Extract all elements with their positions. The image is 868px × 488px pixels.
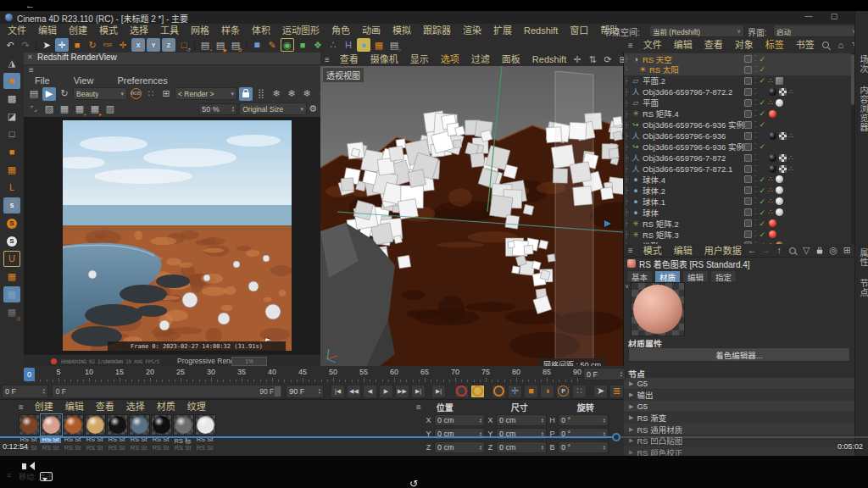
layer-chip[interactable] xyxy=(744,121,752,129)
up-icon[interactable]: ↑ xyxy=(775,246,784,255)
menu-15[interactable]: 扩展 xyxy=(487,24,518,37)
add-camera-menu[interactable]: ▤○ xyxy=(387,38,401,52)
volume-icon[interactable] xyxy=(17,461,31,471)
position-field[interactable]: 0 cm▴▾ xyxy=(434,441,485,453)
layer-chip[interactable] xyxy=(744,186,752,194)
search-icon[interactable] xyxy=(821,40,831,50)
render-view-button[interactable]: ▤• xyxy=(198,38,212,52)
layer-chip[interactable] xyxy=(744,154,752,162)
add-spline-menu[interactable]: ✎ xyxy=(265,38,279,52)
node-group-row[interactable]: ▶RS 颜色校正 xyxy=(624,446,854,456)
zoom-region-icon[interactable]: ▨ xyxy=(42,103,56,116)
renderview-titlebar[interactable]: ✕ Redshift RenderView xyxy=(24,53,320,65)
mm-hamburger[interactable]: ≡ xyxy=(0,402,29,412)
rotation-field[interactable]: 0 °▴▾ xyxy=(558,414,609,426)
om-menu-4[interactable]: 标签 xyxy=(760,38,790,52)
material-tag-icon[interactable] xyxy=(776,175,783,183)
next-frame-button[interactable]: ▶▶ xyxy=(395,385,409,398)
abort-render-icon[interactable] xyxy=(51,358,57,364)
tab-编辑[interactable]: 编辑 xyxy=(682,270,709,283)
visibility-dots-icon[interactable]: ⁚ xyxy=(754,77,757,85)
layer-chip[interactable] xyxy=(744,132,752,140)
timeline-playhead[interactable]: 0 xyxy=(24,368,35,381)
add-rs-object-menu[interactable]: ● xyxy=(357,38,370,52)
visibility-dots-icon[interactable]: ⁚ xyxy=(754,88,757,96)
maximize-button[interactable]: ▢ xyxy=(824,12,844,20)
object-row[interactable]: ├◑RS 天空⁚✓ xyxy=(624,53,851,64)
render-button[interactable]: ▤▶ xyxy=(214,38,227,52)
tab-材质[interactable]: 材质 xyxy=(654,270,681,283)
rgb-channel-icon[interactable]: RGB xyxy=(129,87,142,101)
menu-16[interactable]: Redshift xyxy=(518,24,564,37)
home-icon[interactable]: ⌂ xyxy=(836,40,846,50)
material-thumbnail[interactable] xyxy=(195,414,216,435)
visibility-dots-icon[interactable]: ⁚ xyxy=(754,99,757,107)
mm-menu-1[interactable]: 编辑 xyxy=(59,400,90,413)
enabled-check-icon[interactable]: ✓ xyxy=(760,55,766,64)
add-deformer-menu[interactable]: ❖ xyxy=(311,38,325,52)
enabled-check-icon[interactable]: ✓ xyxy=(760,109,766,118)
mm-menu-2[interactable]: 查看 xyxy=(90,400,120,413)
rotate-tool[interactable]: ↻ xyxy=(86,38,99,52)
side-tab-场次[interactable]: 场次 xyxy=(857,55,868,74)
enabled-check-icon[interactable]: ✓ xyxy=(760,65,766,74)
free-grid-icon[interactable]: ▦() xyxy=(3,304,20,320)
tag-dots-icon[interactable]: ∴ xyxy=(769,208,773,216)
om-menu-2[interactable]: 查看 xyxy=(698,38,729,52)
snap-mode-icon[interactable]: S xyxy=(3,215,20,231)
object-manager[interactable]: ├◑RS 天空⁚✓└☀RS 太阳⁚✓├▱平面.2⁚✓∴├人Obj3d66-659… xyxy=(624,53,854,245)
tag-dots-icon[interactable]: ∴ xyxy=(789,132,793,140)
magnet-icon[interactable]: U xyxy=(3,251,20,267)
material-tag-icon[interactable] xyxy=(776,77,783,85)
object-row[interactable]: ├↪Obj3d66-659796-6-936 实例⁚✓ xyxy=(624,141,851,152)
add-mograph-menu[interactable]: ∴ xyxy=(326,38,340,52)
material-thumbnail[interactable] xyxy=(85,414,106,435)
material-tag-icon[interactable] xyxy=(776,186,783,194)
material-tag-icon[interactable] xyxy=(776,197,783,205)
snap-settings-icon[interactable]: S xyxy=(3,233,20,249)
record-parameter-toggle[interactable]: ◑ xyxy=(540,385,554,398)
x-axis-lock[interactable]: X xyxy=(131,38,145,52)
rewind-10-button[interactable]: ↺ 10 xyxy=(405,479,422,488)
prev-key-button[interactable]: ◀◀ xyxy=(347,385,361,398)
undo-icon[interactable]: ↶ xyxy=(3,38,17,52)
live-selection-tool[interactable]: ➤ xyxy=(40,38,53,52)
menu-7[interactable]: 样条 xyxy=(215,24,246,37)
expander-icon[interactable]: ∨ xyxy=(625,283,629,290)
material-thumbnail[interactable] xyxy=(41,414,62,435)
filter-icon[interactable]: ▽ xyxy=(802,246,811,255)
tag-dots-icon[interactable]: ∴ xyxy=(769,186,773,194)
tab-指定[interactable]: 指定 xyxy=(710,270,737,283)
coord-hamburger[interactable]: ≡ xyxy=(413,402,425,412)
redo-icon[interactable]: ↷ xyxy=(19,38,32,52)
tag-dots-icon[interactable]: ∴ xyxy=(789,165,793,173)
visibility-dots-icon[interactable]: ⁚ xyxy=(754,186,757,194)
object-row[interactable]: ├●球体.4⁚✓∴ xyxy=(624,174,851,185)
add-environment-menu[interactable]: ▦ xyxy=(372,38,386,52)
layer-chip[interactable] xyxy=(744,165,752,173)
vp-menu-2[interactable]: 显示 xyxy=(404,53,435,66)
record-position-toggle[interactable] xyxy=(492,385,506,398)
om-menu-5[interactable]: 书签 xyxy=(790,38,821,52)
layer-chip[interactable] xyxy=(744,88,752,96)
layer-chip[interactable] xyxy=(744,66,752,74)
material-thumbnail[interactable] xyxy=(173,414,194,435)
am-menu-2[interactable]: 用户数据 xyxy=(698,244,748,258)
forward-icon[interactable]: → xyxy=(761,246,771,255)
viewport-scene[interactable]: 透视视图 网格间距 : 50 cm xyxy=(320,66,623,366)
renderview-canvas[interactable]: Frame 0: 2023-02-27 14:00:32 (31.91s) xyxy=(24,117,320,354)
node-group-row[interactable]: ▶RS 通用材质 xyxy=(624,424,854,435)
material-tag-icon[interactable] xyxy=(779,154,787,162)
layer-chip[interactable] xyxy=(744,230,752,238)
layer-chip[interactable] xyxy=(744,219,752,227)
menu-5[interactable]: 工具 xyxy=(154,24,185,37)
axis-tool[interactable]: ✛ xyxy=(116,38,130,52)
restart-render-icon[interactable]: ↻ xyxy=(58,87,71,101)
menu-13[interactable]: 跟踪器 xyxy=(417,24,457,37)
object-row[interactable]: ├▱平面.2⁚✓∴ xyxy=(624,75,851,86)
material-tag-icon[interactable] xyxy=(779,132,787,140)
mm-menu-0[interactable]: 创建 xyxy=(29,400,59,413)
copy-image-icon[interactable]: ▥ xyxy=(103,103,117,116)
object-row[interactable]: ├人Obj3d66-659796-7-872.1⁚∴ xyxy=(624,164,851,175)
menu-4[interactable]: 选择 xyxy=(124,24,154,37)
